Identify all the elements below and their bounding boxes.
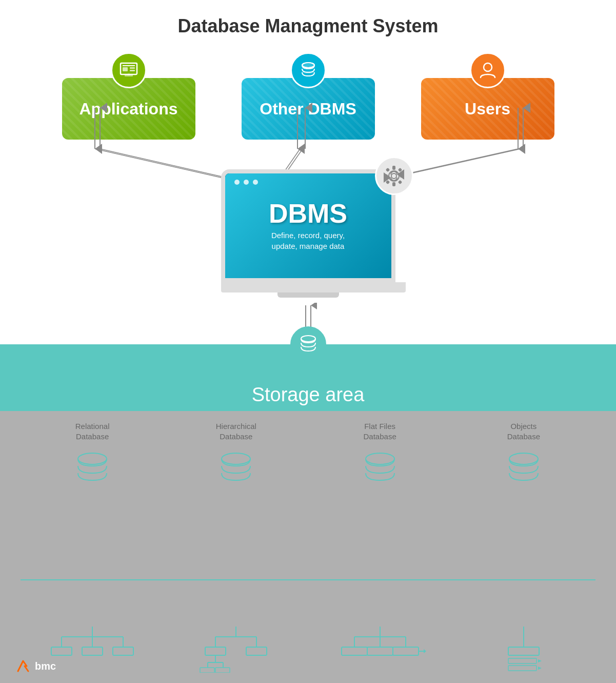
svg-point-25 (391, 173, 396, 179)
laptop-dots (234, 180, 258, 185)
main-container: Database Managment System (0, 0, 616, 683)
svg-rect-33 (398, 180, 402, 184)
relational-db-icon (69, 447, 115, 496)
objects-db-item: ObjectsDatabase (467, 421, 580, 496)
gear-icon (375, 157, 413, 195)
db-connectors (0, 627, 616, 673)
svg-marker-73 (424, 649, 426, 653)
svg-marker-78 (538, 659, 542, 662)
svg-rect-77 (508, 658, 536, 664)
svg-point-43 (509, 453, 538, 464)
flat-files-db-label: Flat FilesDatabase (364, 421, 396, 441)
objects-connector (472, 627, 575, 673)
svg-rect-2 (123, 67, 128, 71)
dot-3 (253, 180, 258, 185)
svg-rect-51 (113, 647, 133, 655)
storage-header: Storage area (0, 344, 616, 411)
objects-db-label: ObjectsDatabase (507, 421, 540, 441)
other-dbms-icon (290, 52, 326, 88)
svg-rect-3 (130, 67, 135, 69)
laptop-stand (277, 292, 339, 298)
svg-rect-49 (51, 647, 72, 655)
hierarchical-db-icon (213, 447, 259, 496)
horizontal-line (21, 579, 595, 580)
svg-rect-28 (384, 174, 388, 178)
svg-rect-79 (508, 666, 536, 671)
svg-rect-6 (125, 74, 133, 76)
svg-rect-26 (392, 166, 395, 170)
page-title: Database Managment System (0, 0, 616, 42)
top-section: Database Managment System (0, 0, 616, 349)
relational-connector (41, 627, 144, 673)
svg-rect-32 (386, 180, 390, 184)
bmc-text: bmc (35, 660, 56, 672)
svg-point-39 (78, 453, 107, 464)
svg-rect-69 (342, 647, 367, 655)
svg-point-38 (301, 336, 315, 342)
svg-rect-70 (367, 647, 393, 655)
dot-2 (244, 180, 249, 185)
dbms-title: DBMS (269, 200, 347, 227)
flat-files-connector (329, 627, 431, 673)
svg-rect-27 (392, 182, 395, 186)
svg-rect-29 (400, 174, 404, 178)
dbms-subtitle: Define, record, query,update, manage dat… (271, 230, 345, 251)
hierarchical-db-item: HierarchicalDatabase (180, 421, 292, 496)
relational-db-label: RelationalDatabase (75, 421, 110, 441)
applications-icon (111, 52, 147, 88)
storage-section: Storage area RelationalDatabase (0, 344, 616, 683)
relational-db-item: RelationalDatabase (36, 421, 149, 496)
hierarchical-connector (185, 627, 287, 673)
svg-rect-31 (398, 167, 402, 171)
svg-rect-71 (393, 647, 419, 655)
dot-1 (234, 180, 240, 185)
svg-point-10 (484, 63, 492, 71)
laptop-outer: DBMS Define, record, query,update, manag… (221, 169, 395, 298)
bmc-logo: bmc (15, 658, 56, 674)
svg-marker-80 (538, 667, 542, 670)
flat-files-db-icon (357, 447, 403, 496)
svg-rect-76 (508, 647, 539, 655)
dbms-section: DBMS Define, record, query,update, manag… (211, 169, 406, 298)
svg-rect-4 (130, 70, 135, 71)
svg-rect-63 (215, 668, 230, 673)
svg-point-8 (302, 63, 314, 68)
svg-point-9 (302, 71, 314, 74)
laptop-screen: DBMS Define, record, query,update, manag… (221, 169, 395, 282)
laptop-base (221, 282, 406, 292)
svg-rect-56 (205, 647, 226, 655)
svg-rect-30 (386, 167, 390, 171)
svg-point-41 (222, 453, 250, 464)
laptop-screen-inner: DBMS Define, record, query,update, manag… (225, 173, 391, 278)
svg-point-42 (366, 453, 394, 464)
hierarchical-db-label: HierarchicalDatabase (216, 421, 256, 441)
svg-rect-57 (246, 647, 267, 655)
svg-rect-50 (82, 647, 103, 655)
users-icon (470, 52, 506, 88)
storage-body: RelationalDatabase HierarchicalDatabase (0, 411, 616, 683)
storage-icon (290, 326, 326, 362)
objects-db-icon (501, 447, 547, 496)
flat-files-db-item: Flat FilesDatabase (324, 421, 436, 496)
svg-rect-62 (200, 668, 214, 673)
storage-label: Storage area (252, 384, 365, 406)
